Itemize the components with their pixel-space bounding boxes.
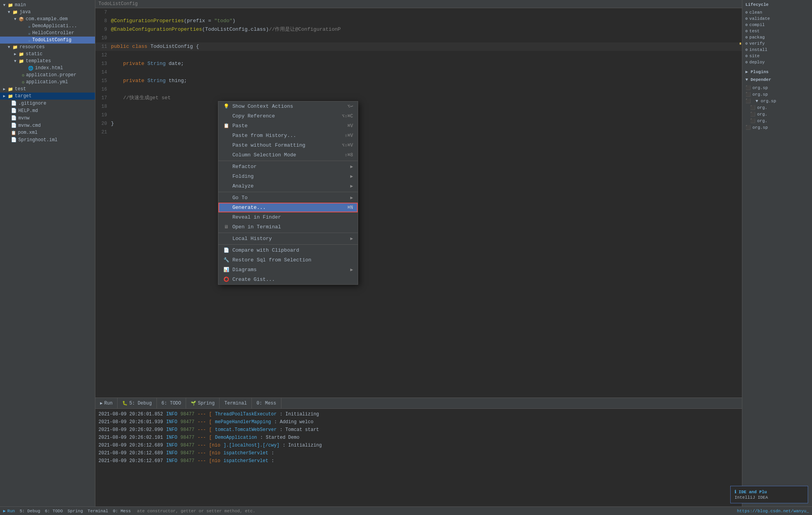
sidebar-item-resources[interactable]: ▼ 📁 resources: [0, 44, 95, 51]
sidebar-item-package[interactable]: ▼ 📦 com.example.dem: [0, 16, 95, 23]
sidebar-item-mvnw[interactable]: 📄 mvnw: [0, 114, 95, 122]
dep-org-sp-1[interactable]: ⬛ org.sp: [744, 84, 810, 91]
sidebar-item-target[interactable]: ▶ 📁 target: [0, 93, 95, 100]
arrow-icon: ▶: [3, 94, 5, 98]
dep-org-2[interactable]: ⬛ org.: [744, 111, 810, 117]
status-todo[interactable]: 6: TODO: [45, 509, 63, 513]
lifecycle-validate[interactable]: ⚙ validate: [744, 16, 810, 22]
ctx-local-history[interactable]: Local History ▶: [218, 234, 358, 243]
lifecycle-test[interactable]: ⚙ test: [744, 28, 810, 34]
ctx-diagrams[interactable]: 📊 Diagrams ▶: [218, 265, 358, 275]
ctx-separator-3: [218, 233, 358, 233]
sidebar-item-gitignore[interactable]: 📄 .gitignore: [0, 100, 95, 107]
bulb-icon: 💡: [223, 103, 229, 109]
ctx-compare-clipboard[interactable]: 📄 Compare with Clipboard: [218, 245, 358, 255]
dep-icon: ⬛: [745, 98, 751, 103]
lifecycle-clean[interactable]: ⚙ clean: [744, 9, 810, 16]
dep-org-1[interactable]: ⬛ org.: [744, 104, 810, 111]
folder-icon: 📁: [12, 45, 18, 50]
ctx-restore-sql[interactable]: 🔧 Restore Sql from Selection: [218, 255, 358, 265]
editor-breadcrumb: TodoListConfig: [95, 0, 742, 8]
sidebar-item-todolistconfig[interactable]: ☕ TodoListConfig: [0, 37, 95, 44]
tab-messages[interactable]: 0: Mess: [252, 398, 281, 408]
ctx-paste-no-format[interactable]: Paste without Formatting ⌥⇧⌘V: [218, 140, 358, 150]
lifecycle-site[interactable]: ⚙ site: [744, 53, 810, 59]
ctx-analyze[interactable]: Analyze ▶: [218, 181, 358, 191]
tab-run[interactable]: ▶ Run: [95, 398, 118, 408]
sidebar-item-hellocontroller[interactable]: ☕ HelloController: [0, 30, 95, 37]
sidebar-item-mvnwcmd[interactable]: 📄 mvnw.cmd: [0, 122, 95, 129]
folder-icon: 📦: [19, 17, 24, 22]
sidebar-item-java[interactable]: ▼ 📁 java: [0, 9, 95, 16]
status-spring[interactable]: Spring: [67, 509, 83, 513]
right-panel: Lifecycle ⚙ clean ⚙ validate ⚙ compil ⚙ …: [742, 0, 812, 506]
ctx-open-terminal[interactable]: 🖥 Open in Terminal: [218, 222, 358, 232]
tab-spring[interactable]: 🌱 Spring: [186, 398, 220, 408]
ctx-paste[interactable]: 📋 Paste ⌘V: [218, 121, 358, 131]
console-output[interactable]: 2021-08-09 20:26:01.852 INFO 98477 --- […: [95, 409, 742, 506]
sidebar-item-templates[interactable]: ▼ 📁 templates: [0, 58, 95, 65]
sidebar-item-test[interactable]: ▶ 📁 test: [0, 86, 95, 93]
ctx-generate[interactable]: Generate... ⌘N: [218, 203, 358, 212]
code-line-15: 15 private String thing;: [95, 77, 742, 85]
status-terminal[interactable]: Terminal: [88, 509, 108, 513]
ctx-separator-1: [218, 161, 358, 161]
status-debug[interactable]: 5: Debug: [19, 509, 40, 513]
lifecycle-compile[interactable]: ⚙ compil: [744, 22, 810, 28]
sidebar-item-static[interactable]: ▶ 📁 static: [0, 51, 95, 58]
status-messages[interactable]: 0: Mess: [113, 509, 131, 513]
folder-icon: 📁: [8, 94, 13, 99]
dep-org-sp-2[interactable]: ⬛ org.sp: [744, 91, 810, 98]
log-line: 2021-08-09 20:26:12.689 INFO 98477 --- […: [98, 441, 739, 449]
sidebar-item-pomxml[interactable]: 📋 pom.xml: [0, 129, 95, 136]
lifecycle-verify[interactable]: ⚙ verify: [744, 40, 810, 47]
status-run[interactable]: ▶ Run: [3, 508, 15, 513]
java-file-icon: ☕: [28, 31, 31, 36]
ide-popup: ℹ IDE and Plu IntelliJ IDEA: [730, 486, 808, 503]
ctx-refactor[interactable]: Refactor ▶: [218, 162, 358, 172]
ctx-column-selection[interactable]: Column Selection Mode ⇧⌘8: [218, 150, 358, 160]
ctx-create-gist[interactable]: ⭕ Create Gist...: [218, 275, 358, 284]
sidebar-item-helpmd[interactable]: 📄 HELP.md: [0, 107, 95, 114]
ctx-reveal-finder[interactable]: Reveal in Finder: [218, 212, 358, 222]
java-file-icon: ☕: [28, 38, 31, 43]
tab-todo[interactable]: 6: TODO: [157, 398, 186, 408]
sql-icon: 🔧: [223, 257, 229, 263]
plugins-title: ▶ Plugins: [744, 68, 810, 75]
diagram-icon: 📊: [223, 267, 229, 273]
tab-debug[interactable]: 🐛 5: Debug: [118, 398, 157, 408]
tab-terminal[interactable]: Terminal: [220, 398, 252, 408]
sidebar-item-appproperties[interactable]: ⚙ application.proper: [0, 72, 95, 79]
sidebar-item-demoapplication[interactable]: ☕ DemoApplicati...: [0, 23, 95, 30]
gist-icon: ⭕: [223, 277, 229, 282]
code-line-13: 13 private String date;: [95, 60, 742, 68]
dep-org-sp-4[interactable]: ⬛ org.sp: [744, 124, 810, 131]
ctx-goto[interactable]: Go To ▶: [218, 193, 358, 203]
lifecycle-install[interactable]: ⚙ install: [744, 47, 810, 53]
sidebar-item-indexhtml[interactable]: 🌐 index.html: [0, 65, 95, 72]
dep-org-sp-3[interactable]: ⬛ ▼ org.sp: [744, 98, 810, 104]
ctx-copy-reference[interactable]: Copy Reference ⌥⇧⌘C: [218, 111, 358, 121]
sidebar-item-main[interactable]: ▼ 📁 main: [0, 2, 95, 9]
sidebar-item-springbootiml[interactable]: 📄 Springhoot.iml: [0, 136, 95, 144]
ctx-paste-history[interactable]: Paste from History... ⇧⌘V: [218, 131, 358, 140]
lifecycle-deploy[interactable]: ⚙ deploy: [744, 59, 810, 65]
dep-icon: ⬛: [745, 105, 756, 110]
yml-file-icon: ⚙: [22, 80, 25, 85]
dep-icon: ⬛: [745, 85, 751, 90]
code-line-7: 7: [95, 8, 742, 17]
ctx-separator-4: [218, 244, 358, 245]
ctx-show-context-actions[interactable]: 💡 Show Context Actions ⌥↩: [218, 102, 358, 111]
status-hint: ate constructor, getter or setter method…: [137, 509, 255, 513]
submenu-arrow: ▶: [350, 195, 353, 201]
ctx-folding[interactable]: Folding ▶: [218, 172, 358, 181]
context-menu[interactable]: 💡 Show Context Actions ⌥↩ Copy Reference…: [218, 101, 358, 285]
dep-org-3[interactable]: ⬛ org.: [744, 117, 810, 124]
main-layout: ▼ 📁 main ▼ 📁 java ▼ 📦 com.example.dem ☕ …: [0, 0, 812, 506]
ide-popup-body: IntelliJ IDEA: [735, 495, 804, 500]
lifecycle-package[interactable]: ⚙ packag: [744, 34, 810, 40]
sidebar-item-appyml[interactable]: ⚙ application.yml: [0, 79, 95, 86]
log-line: 2021-08-09 20:26:01.852 INFO 98477 --- […: [98, 410, 739, 418]
code-editor[interactable]: 7 8 @ConfigurationProperties(prefix = "t…: [95, 8, 742, 398]
log-line: 2021-08-09 20:26:01.939 INFO 98477 --- […: [98, 418, 739, 426]
